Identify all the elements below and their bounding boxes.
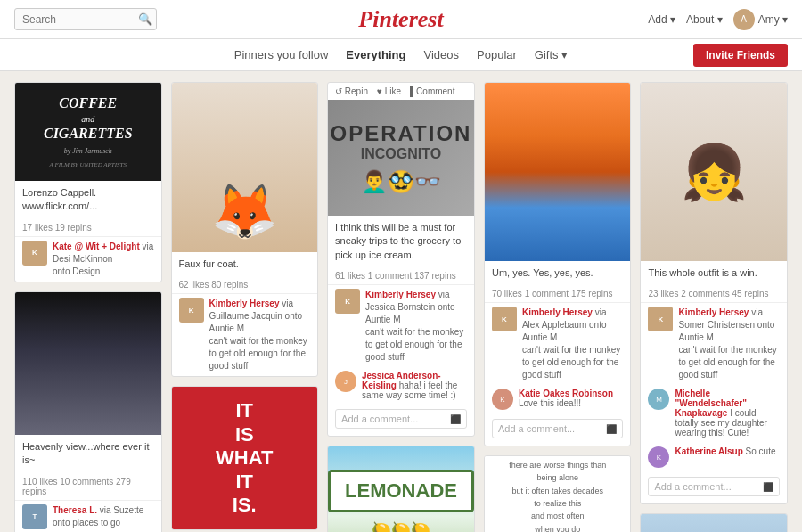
add-comment-placeholder-swing: Add a comment... (498, 423, 575, 434)
pin-column-1: COFFEE and CIGARETTES by Jim Jarmusch A … (14, 82, 162, 532)
pin-user-avatar-girl: K (648, 307, 673, 331)
nav-items: Pinners you follow Everything Videos Pop… (234, 41, 568, 69)
comment-row-swing: K Katie Oakes Robinson Love this idea!!! (485, 385, 631, 415)
pin-column-2: 🦊 Faux fur coat. 62 likes 80 repins K Ki… (171, 82, 319, 530)
comment-row-girl-1: M Michelle "Wendelschafer" Knapkavage I … (641, 385, 787, 443)
pin-image-swing (485, 83, 631, 261)
pin-user-avatar-cave: T (22, 504, 47, 529)
pin-stats-coffee: 17 likes 19 repins (15, 219, 161, 236)
pin-desc-swing: Um, yes. Yes, yes, yes. (485, 261, 631, 285)
pin-card-cave: Heavenly view...where ever it is~ 110 li… (14, 291, 162, 532)
comment-submit-icon[interactable]: ⬛ (450, 414, 461, 424)
search-input[interactable] (22, 13, 138, 26)
comment-avatar-girl-2: K (648, 446, 669, 468)
pin-column-3: ↺ Repin ♥ Like ▌Comment OPERATION INCOGN… (327, 82, 475, 532)
pin-user-row-cave: T Theresa L. via Suzette onto places to … (15, 500, 161, 532)
pin-user-text-girl: Kimberly Hersey via Somer Christensen on… (678, 307, 780, 381)
action-bar: ↺ Repin ♥ Like ▌Comment (328, 83, 474, 100)
pin-desc-coffee: Lorenzo Cappell. www.flickr.com/... (15, 181, 161, 219)
pin-image-itwhat: ITISWHATITIS. (172, 387, 318, 529)
comment-submit-icon-girl[interactable]: ⬛ (763, 482, 773, 492)
add-comment-box-incognito[interactable]: Add a comment... ⬛ (335, 409, 467, 429)
main-content: COFFEE and CIGARETTES by Jim Jarmusch A … (0, 71, 802, 532)
pin-card-quote: Oh Yes there are worse things than being… (484, 455, 632, 532)
comment-avatar-incognito-1: J (335, 371, 356, 392)
pin-user-text-fox: Kimberly Hersey via Guillaume Jacquin on… (209, 298, 311, 372)
pin-card-girl: 👧 This whole outfit is a win. 23 likes 2… (640, 82, 788, 504)
pin-image-girl2 (641, 514, 787, 532)
pin-user-row-incognito: K Kimberly Hersey via Jessica Bornstein … (328, 284, 474, 367)
comment-avatar-girl-1: M (648, 389, 669, 410)
pin-user-row-girl: K Kimberly Hersey via Somer Christensen … (641, 302, 787, 385)
search-box[interactable]: 🔍 (14, 8, 157, 30)
comment-button[interactable]: ▌Comment (410, 86, 454, 96)
pin-user-text-swing: Kimberly Hersey via Alex Applebaum onto … (522, 307, 624, 381)
pin-user-text-coffee: Kate @ Wit + Delight via Desi McKinnon o… (53, 241, 154, 278)
pin-image-lemonade: LEMONADE 🍋🍋🍋 (328, 446, 474, 532)
comment-row-incognito-1: J Jessica Anderson-Keisling haha! i feel… (328, 367, 474, 405)
nav-gifts[interactable]: Gifts ▾ (535, 41, 568, 69)
pin-stats-incognito: 61 likes 1 comment 137 repins (328, 267, 474, 284)
pin-user-row-fox: K Kimberly Hersey via Guillaume Jacquin … (172, 293, 318, 376)
nav-everything[interactable]: Everything (346, 41, 405, 69)
nav-popular[interactable]: Popular (477, 41, 517, 69)
pin-card-swing: Um, yes. Yes, yes, yes. 70 likes 1 comme… (484, 82, 632, 446)
nav-pinners[interactable]: Pinners you follow (234, 41, 329, 69)
pin-card-fox: 🦊 Faux fur coat. 62 likes 80 repins K Ki… (171, 82, 319, 377)
about-button[interactable]: About ▾ (686, 13, 723, 26)
pin-stats-fox: 62 likes 80 repins (172, 276, 318, 293)
pin-desc-fox: Faux fur coat. (172, 252, 318, 276)
pin-image-fox: 🦊 (172, 83, 318, 252)
pin-stats-cave: 110 likes 10 comments 279 repins (15, 473, 161, 500)
pin-user-row-coffee: K Kate @ Wit + Delight via Desi McKinnon… (15, 236, 161, 282)
header-right: Add ▾ About ▾ A Amy ▾ (648, 9, 788, 30)
avatar: A (733, 9, 755, 30)
pin-image-quote: Oh Yes there are worse things than being… (485, 456, 631, 532)
nav-videos[interactable]: Videos (424, 41, 460, 69)
repin-button[interactable]: ↺ Repin (335, 86, 368, 96)
pin-user-avatar-coffee: K (22, 241, 47, 266)
pin-stats-swing: 70 likes 1 comment 175 repins (485, 285, 631, 302)
like-button[interactable]: ♥ Like (377, 86, 401, 96)
logo: Pinterest (358, 6, 443, 33)
pin-image-girl: 👧 (641, 83, 787, 261)
pin-desc-incognito: I think this will be a must for sneaky t… (328, 216, 474, 267)
comment-submit-icon-swing[interactable]: ⬛ (606, 424, 617, 434)
comment-row-girl-2: K Katherine Alsup So cute (641, 443, 787, 473)
header: 🔍 Pinterest Add ▾ About ▾ A Amy ▾ (0, 0, 802, 39)
add-comment-box-girl[interactable]: Add a comment... ⬛ (648, 477, 780, 496)
user-label[interactable]: Amy ▾ (758, 13, 788, 26)
user-menu[interactable]: A Amy ▾ (733, 9, 788, 30)
comment-avatar-swing: K (492, 389, 513, 410)
pin-column-4: Um, yes. Yes, yes, yes. 70 likes 1 comme… (484, 82, 632, 532)
pin-user-text-incognito: Kimberly Hersey via Jessica Bornstein on… (365, 289, 467, 364)
pin-image-cave (15, 292, 161, 435)
pin-card-lemonade: LEMONADE 🍋🍋🍋 (327, 446, 475, 532)
pin-image-incognito: OPERATION INCOGNITO 👨‍🦱🥸👓 (328, 100, 474, 216)
add-comment-box-swing[interactable]: Add a comment... ⬛ (492, 419, 624, 438)
pin-desc-girl: This whole outfit is a win. (641, 261, 787, 285)
pin-grid: COFFEE and CIGARETTES by Jim Jarmusch A … (14, 82, 788, 532)
invite-friends-button[interactable]: Invite Friends (693, 44, 788, 67)
pin-user-avatar-fox: K (179, 298, 204, 323)
pin-desc-cave: Heavenly view...where ever it is~ (15, 435, 161, 473)
nav-bar: Pinners you follow Everything Videos Pop… (0, 39, 802, 71)
pin-card-incognito: ↺ Repin ♥ Like ▌Comment OPERATION INCOGN… (327, 82, 475, 437)
pin-card-coffee: COFFEE and CIGARETTES by Jim Jarmusch A … (14, 82, 162, 282)
pin-card-itwhat: ITISWHATITIS. (171, 386, 319, 530)
pin-image-coffee: COFFEE and CIGARETTES by Jim Jarmusch A … (15, 83, 161, 181)
add-comment-placeholder: Add a comment... (341, 413, 418, 424)
pin-user-row-swing: K Kimberly Hersey via Alex Applebaum ont… (485, 302, 631, 385)
pin-user-text-cave: Theresa L. via Suzette onto places to go (53, 504, 143, 529)
pin-user-avatar-incognito: K (335, 289, 360, 314)
pin-user-avatar-swing: K (492, 307, 517, 331)
pin-column-5: 👧 This whole outfit is a win. 23 likes 2… (640, 82, 788, 532)
pin-card-girl2 (640, 513, 788, 532)
search-icon[interactable]: 🔍 (138, 12, 152, 26)
add-comment-placeholder-girl: Add a comment... (654, 481, 731, 492)
add-button[interactable]: Add ▾ (648, 13, 675, 26)
pin-stats-girl: 23 likes 2 comments 45 repins (641, 285, 787, 302)
